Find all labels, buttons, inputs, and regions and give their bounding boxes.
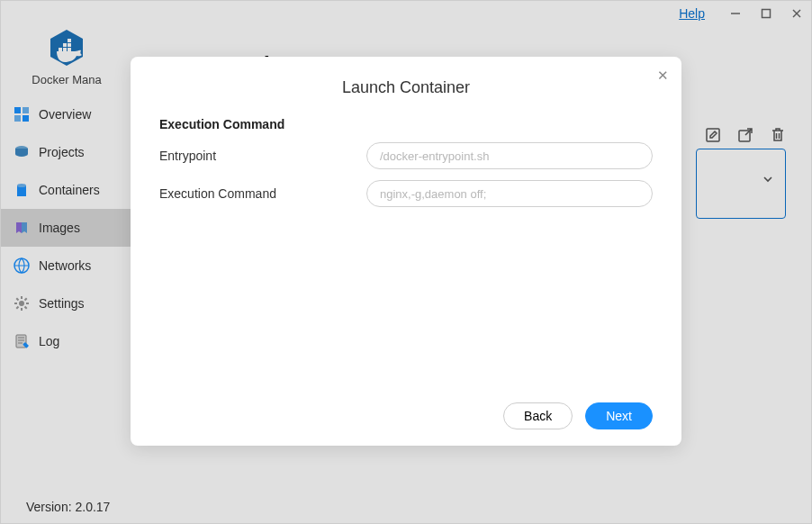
entrypoint-label: Entrypoint — [159, 149, 366, 163]
exec-row: Execution Command — [159, 180, 653, 207]
entrypoint-input[interactable] — [366, 142, 653, 169]
modal-footer: Back Next — [159, 392, 653, 429]
close-icon[interactable]: ✕ — [657, 68, 669, 84]
exec-label: Execution Command — [159, 186, 366, 201]
next-button[interactable]: Next — [585, 402, 653, 429]
modal-title: Launch Container — [159, 78, 653, 97]
section-header: Execution Command — [159, 117, 653, 131]
launch-container-modal: ✕ Launch Container Execution Command Ent… — [131, 57, 681, 446]
back-button[interactable]: Back — [503, 402, 573, 429]
exec-input[interactable] — [366, 180, 653, 207]
entrypoint-row: Entrypoint — [159, 142, 653, 169]
modal-overlay: ✕ Launch Container Execution Command Ent… — [1, 1, 811, 523]
